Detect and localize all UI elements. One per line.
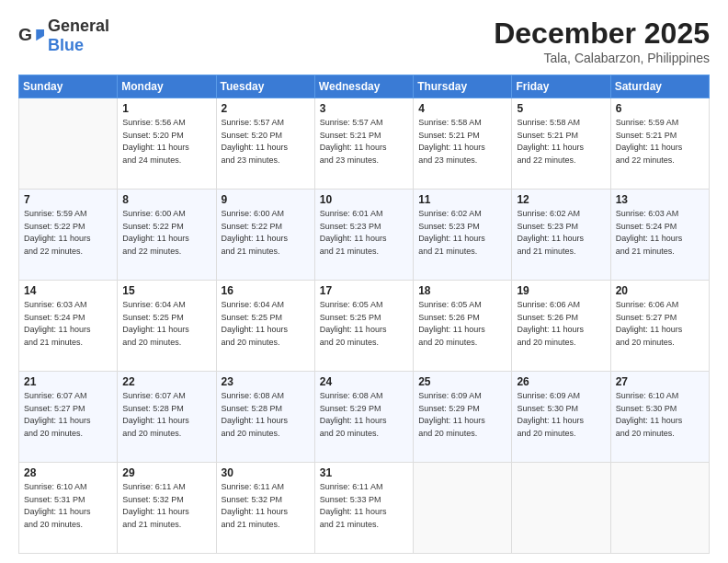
day-info: Sunrise: 6:00 AMSunset: 5:22 PMDaylight:… [122, 208, 210, 258]
calendar-cell [512, 463, 610, 554]
day-info: Sunrise: 6:06 AMSunset: 5:27 PMDaylight:… [616, 299, 704, 349]
day-number: 16 [222, 284, 310, 297]
day-info: Sunrise: 6:11 AMSunset: 5:33 PMDaylight:… [320, 481, 408, 531]
calendar-cell: 21Sunrise: 6:07 AMSunset: 5:27 PMDayligh… [19, 372, 118, 463]
calendar-week-2: 7Sunrise: 5:59 AMSunset: 5:22 PMDaylight… [19, 190, 710, 281]
day-number: 21 [24, 375, 112, 388]
day-number: 22 [122, 375, 210, 388]
day-number: 24 [320, 375, 408, 388]
day-info: Sunrise: 5:58 AMSunset: 5:21 PMDaylight:… [517, 117, 605, 167]
day-number: 18 [418, 284, 506, 297]
calendar-cell: 19Sunrise: 6:06 AMSunset: 5:26 PMDayligh… [512, 281, 610, 372]
day-info: Sunrise: 6:03 AMSunset: 5:24 PMDaylight:… [616, 208, 704, 258]
day-number: 12 [517, 193, 605, 206]
col-friday: Friday [512, 75, 610, 98]
day-info: Sunrise: 5:57 AMSunset: 5:20 PMDaylight:… [222, 117, 310, 167]
day-info: Sunrise: 6:01 AMSunset: 5:23 PMDaylight:… [320, 208, 408, 258]
day-info: Sunrise: 5:59 AMSunset: 5:21 PMDaylight:… [616, 117, 704, 167]
title-block: December 2025 Tala, Calabarzon, Philippi… [494, 17, 710, 65]
calendar-cell: 5Sunrise: 5:58 AMSunset: 5:21 PMDaylight… [512, 98, 610, 190]
month-title: December 2025 [494, 17, 710, 51]
col-monday: Monday [118, 75, 216, 98]
location: Tala, Calabarzon, Philippines [494, 51, 710, 65]
day-number: 20 [616, 284, 704, 297]
header: G General Blue December 2025 Tala, Calab… [18, 17, 710, 65]
calendar-cell: 26Sunrise: 6:09 AMSunset: 5:30 PMDayligh… [512, 372, 610, 463]
day-number: 10 [320, 193, 408, 206]
day-number: 3 [320, 102, 408, 115]
day-info: Sunrise: 5:58 AMSunset: 5:21 PMDaylight:… [418, 117, 506, 167]
day-info: Sunrise: 6:02 AMSunset: 5:23 PMDaylight:… [517, 208, 605, 258]
day-info: Sunrise: 6:07 AMSunset: 5:27 PMDaylight:… [24, 390, 112, 440]
day-number: 31 [320, 466, 408, 479]
calendar-cell: 28Sunrise: 6:10 AMSunset: 5:31 PMDayligh… [19, 463, 118, 554]
day-info: Sunrise: 6:10 AMSunset: 5:31 PMDaylight:… [24, 481, 112, 531]
day-info: Sunrise: 6:03 AMSunset: 5:24 PMDaylight:… [24, 299, 112, 349]
calendar-cell: 16Sunrise: 6:04 AMSunset: 5:25 PMDayligh… [216, 281, 314, 372]
day-number: 8 [122, 193, 210, 206]
svg-marker-1 [36, 29, 44, 40]
svg-text:G: G [18, 25, 32, 44]
col-sunday: Sunday [19, 75, 118, 98]
col-saturday: Saturday [610, 75, 709, 98]
day-number: 14 [24, 284, 112, 297]
day-info: Sunrise: 6:06 AMSunset: 5:26 PMDaylight:… [517, 299, 605, 349]
calendar-cell: 10Sunrise: 6:01 AMSunset: 5:23 PMDayligh… [314, 190, 413, 281]
day-number: 13 [616, 193, 704, 206]
day-info: Sunrise: 6:08 AMSunset: 5:28 PMDaylight:… [222, 390, 310, 440]
calendar-cell: 31Sunrise: 6:11 AMSunset: 5:33 PMDayligh… [314, 463, 413, 554]
day-number: 4 [418, 102, 506, 115]
day-number: 15 [122, 284, 210, 297]
calendar-cell: 25Sunrise: 6:09 AMSunset: 5:29 PMDayligh… [414, 372, 512, 463]
logo-general: General [48, 17, 109, 35]
day-number: 28 [24, 466, 112, 479]
calendar-cell: 13Sunrise: 6:03 AMSunset: 5:24 PMDayligh… [610, 190, 709, 281]
col-tuesday: Tuesday [216, 75, 314, 98]
calendar-cell: 9Sunrise: 6:00 AMSunset: 5:22 PMDaylight… [216, 190, 314, 281]
day-number: 11 [418, 193, 506, 206]
day-info: Sunrise: 6:05 AMSunset: 5:26 PMDaylight:… [418, 299, 506, 349]
calendar-cell: 27Sunrise: 6:10 AMSunset: 5:30 PMDayligh… [610, 372, 709, 463]
calendar-cell: 22Sunrise: 6:07 AMSunset: 5:28 PMDayligh… [118, 372, 216, 463]
calendar-cell: 1Sunrise: 5:56 AMSunset: 5:20 PMDaylight… [118, 98, 216, 190]
day-number: 26 [517, 375, 605, 388]
calendar-cell: 20Sunrise: 6:06 AMSunset: 5:27 PMDayligh… [610, 281, 709, 372]
calendar-header-row: Sunday Monday Tuesday Wednesday Thursday… [19, 75, 710, 98]
day-number: 7 [24, 193, 112, 206]
calendar-cell [414, 463, 512, 554]
day-number: 5 [517, 102, 605, 115]
calendar-cell: 8Sunrise: 6:00 AMSunset: 5:22 PMDaylight… [118, 190, 216, 281]
calendar-cell: 17Sunrise: 6:05 AMSunset: 5:25 PMDayligh… [314, 281, 413, 372]
calendar-week-3: 14Sunrise: 6:03 AMSunset: 5:24 PMDayligh… [19, 281, 710, 372]
calendar-week-5: 28Sunrise: 6:10 AMSunset: 5:31 PMDayligh… [19, 463, 710, 554]
day-info: Sunrise: 6:04 AMSunset: 5:25 PMDaylight:… [222, 299, 310, 349]
day-info: Sunrise: 5:57 AMSunset: 5:21 PMDaylight:… [320, 117, 408, 167]
calendar-cell: 7Sunrise: 5:59 AMSunset: 5:22 PMDaylight… [19, 190, 118, 281]
day-info: Sunrise: 6:02 AMSunset: 5:23 PMDaylight:… [418, 208, 506, 258]
calendar-cell: 23Sunrise: 6:08 AMSunset: 5:28 PMDayligh… [216, 372, 314, 463]
page: G General Blue December 2025 Tala, Calab… [0, 0, 728, 563]
calendar-cell: 3Sunrise: 5:57 AMSunset: 5:21 PMDaylight… [314, 98, 413, 190]
day-number: 27 [616, 375, 704, 388]
day-number: 25 [418, 375, 506, 388]
day-number: 29 [122, 466, 210, 479]
calendar-cell: 12Sunrise: 6:02 AMSunset: 5:23 PMDayligh… [512, 190, 610, 281]
day-info: Sunrise: 6:09 AMSunset: 5:30 PMDaylight:… [517, 390, 605, 440]
calendar-cell: 15Sunrise: 6:04 AMSunset: 5:25 PMDayligh… [118, 281, 216, 372]
day-info: Sunrise: 6:10 AMSunset: 5:30 PMDaylight:… [616, 390, 704, 440]
calendar-cell: 6Sunrise: 5:59 AMSunset: 5:21 PMDaylight… [610, 98, 709, 190]
day-info: Sunrise: 6:04 AMSunset: 5:25 PMDaylight:… [122, 299, 210, 349]
col-wednesday: Wednesday [314, 75, 413, 98]
day-number: 30 [222, 466, 310, 479]
day-number: 2 [222, 102, 310, 115]
day-info: Sunrise: 5:56 AMSunset: 5:20 PMDaylight:… [122, 117, 210, 167]
col-thursday: Thursday [414, 75, 512, 98]
logo-blue: Blue [48, 36, 84, 54]
calendar-cell: 2Sunrise: 5:57 AMSunset: 5:20 PMDaylight… [216, 98, 314, 190]
day-info: Sunrise: 6:11 AMSunset: 5:32 PMDaylight:… [122, 481, 210, 531]
day-info: Sunrise: 6:07 AMSunset: 5:28 PMDaylight:… [122, 390, 210, 440]
calendar-cell: 30Sunrise: 6:11 AMSunset: 5:32 PMDayligh… [216, 463, 314, 554]
day-number: 19 [517, 284, 605, 297]
day-info: Sunrise: 6:08 AMSunset: 5:29 PMDaylight:… [320, 390, 408, 440]
calendar-week-4: 21Sunrise: 6:07 AMSunset: 5:27 PMDayligh… [19, 372, 710, 463]
